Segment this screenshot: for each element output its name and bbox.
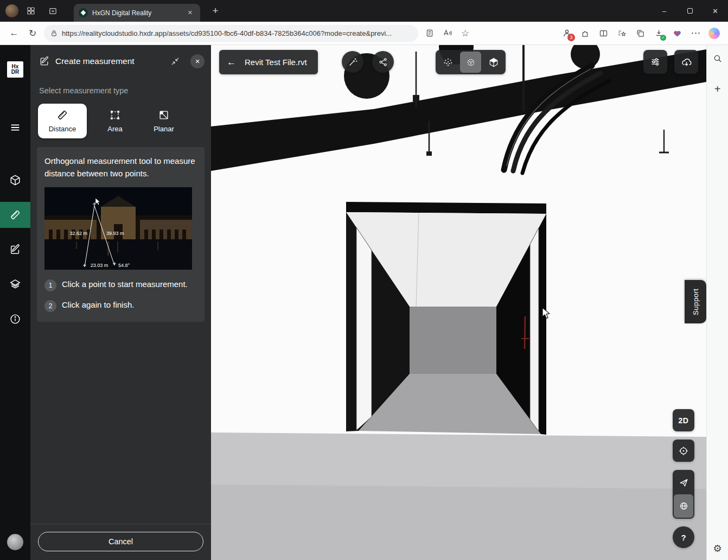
render-mode-toggle bbox=[436, 50, 506, 74]
tab-title: HxGN Digital Reality bbox=[92, 9, 181, 17]
browser-side-rail: + ⚙ bbox=[706, 45, 728, 560]
copilot-icon[interactable] bbox=[706, 25, 723, 42]
add-sidebar-item-icon[interactable]: + bbox=[711, 82, 725, 96]
sidebar-item-models[interactable] bbox=[0, 167, 30, 193]
type-planar-label: Planar bbox=[154, 125, 174, 133]
preview-measure-2: 39.93 m bbox=[106, 231, 124, 236]
planar-icon bbox=[158, 109, 170, 121]
read-aloud-icon[interactable] bbox=[439, 25, 456, 42]
support-tab[interactable]: Support bbox=[685, 280, 706, 323]
hxdr-logo[interactable]: Hx DR bbox=[7, 61, 23, 78]
sidebar-item-info[interactable] bbox=[0, 306, 30, 332]
split-screen-icon[interactable] bbox=[595, 25, 612, 42]
tool-info-card: Orthogonal measurement tool to measure d… bbox=[37, 147, 205, 322]
type-area-label: Area bbox=[107, 125, 122, 133]
steps-list: 1 Click a point to start measurement. 2 … bbox=[44, 278, 197, 312]
extensions-icon[interactable] bbox=[577, 25, 593, 42]
3d-scene[interactable] bbox=[211, 45, 706, 560]
create-measurement-panel: Create measurement ✕ Select measurement … bbox=[30, 45, 211, 560]
url-text: https://realitycloudstudio.hxdr.app/asse… bbox=[62, 29, 412, 37]
type-distance-label: Distance bbox=[49, 125, 76, 133]
browser-tab[interactable]: HxGN Digital Reality ✕ bbox=[74, 4, 200, 22]
tool-preview-image: 32.62 m 39.93 m 23.03 m 54.8° bbox=[44, 187, 192, 270]
downloads-icon[interactable]: ✓ bbox=[650, 25, 667, 42]
locate-button[interactable] bbox=[673, 440, 694, 462]
search-icon[interactable] bbox=[711, 52, 725, 66]
distance-ruler-icon bbox=[56, 109, 68, 121]
step-2-text: Click again to finish. bbox=[62, 299, 134, 311]
section-label: Select measurement type bbox=[39, 86, 211, 95]
panel-footer: Cancel bbox=[30, 524, 211, 560]
type-area-button[interactable]: Area bbox=[94, 104, 136, 138]
scene-floor bbox=[211, 432, 706, 560]
area-icon bbox=[109, 109, 121, 121]
lock-icon bbox=[50, 30, 58, 37]
viewport: ← Revit Test File.rvt Support bbox=[211, 45, 706, 560]
type-planar-button[interactable]: Planar bbox=[143, 104, 184, 138]
workspaces-icon[interactable] bbox=[22, 2, 40, 20]
mesh-mode-icon[interactable] bbox=[483, 52, 504, 73]
back-icon[interactable]: ← bbox=[5, 24, 23, 42]
browser-titlebar: HxGN Digital Reality ✕ + – ✕ bbox=[0, 0, 728, 22]
preview-measure-3: 23.03 m bbox=[91, 263, 108, 268]
new-tab-button[interactable]: + bbox=[208, 5, 223, 17]
cancel-button[interactable]: Cancel bbox=[38, 532, 203, 551]
step-item-1: 1 Click a point to start measurement. bbox=[44, 278, 197, 291]
asset-file-name: Revit Test File.rvt bbox=[245, 58, 307, 67]
sidebar-settings-gear-icon[interactable]: ⚙ bbox=[711, 542, 725, 556]
help-button[interactable]: ? bbox=[673, 526, 694, 548]
browser-essentials-icon[interactable] bbox=[669, 25, 686, 42]
app-content: Hx DR Create measurement bbox=[0, 45, 728, 560]
favorites-bar-icon[interactable] bbox=[614, 25, 630, 42]
navigation-mode-group bbox=[673, 470, 694, 519]
app-sidebar: Hx DR bbox=[0, 45, 30, 560]
step-2-badge: 2 bbox=[44, 300, 56, 312]
fly-mode-icon[interactable] bbox=[674, 471, 693, 494]
sidebar-item-measure[interactable] bbox=[0, 202, 30, 228]
settings-more-icon[interactable]: ⋯ bbox=[687, 25, 704, 42]
step-1-badge: 1 bbox=[44, 279, 56, 291]
orbit-mode-icon[interactable] bbox=[674, 494, 693, 518]
addressbar-actions: 3 ✓ ⋯ bbox=[558, 25, 723, 42]
hamburger-menu-icon[interactable] bbox=[0, 114, 30, 141]
view-settings-button[interactable] bbox=[643, 50, 667, 74]
user-avatar[interactable] bbox=[7, 534, 23, 550]
asset-file-pill[interactable]: ← Revit Test File.rvt bbox=[219, 50, 318, 74]
2d-mode-button[interactable]: 2D bbox=[673, 409, 694, 431]
preview-illustration: 32.62 m 39.93 m 23.03 m 54.8° bbox=[44, 187, 192, 270]
download-cloud-button[interactable] bbox=[674, 50, 698, 74]
preview-measure-4: 54.8° bbox=[118, 263, 130, 268]
reading-view-icon[interactable] bbox=[421, 25, 438, 42]
close-panel-button[interactable]: ✕ bbox=[190, 54, 205, 68]
logo-line2: DR bbox=[11, 69, 19, 75]
tool-description: Orthogonal measurement tool to measure d… bbox=[44, 155, 197, 180]
notification-badge: 3 bbox=[567, 34, 575, 41]
window-close-button[interactable]: ✕ bbox=[703, 0, 728, 22]
refresh-icon[interactable]: ↻ bbox=[24, 24, 41, 42]
url-input[interactable]: https://realitycloudstudio.hxdr.app/asse… bbox=[44, 25, 418, 42]
magic-wand-button[interactable] bbox=[342, 51, 363, 73]
type-distance-button[interactable]: Distance bbox=[38, 104, 87, 138]
collapse-panel-icon[interactable] bbox=[168, 54, 183, 69]
tab-favicon bbox=[79, 8, 88, 17]
step-1-text: Click a point to start measurement. bbox=[62, 278, 188, 290]
tab-actions-icon[interactable] bbox=[43, 2, 62, 20]
share-button[interactable] bbox=[372, 51, 394, 73]
back-arrow-icon[interactable]: ← bbox=[227, 57, 236, 68]
sidebar-item-annotate[interactable] bbox=[0, 237, 30, 263]
preview-measure-1: 32.62 m bbox=[69, 231, 87, 236]
profile-notification-icon[interactable]: 3 bbox=[558, 25, 575, 42]
tab-close-icon[interactable]: ✕ bbox=[185, 8, 195, 17]
download-complete-check-icon: ✓ bbox=[660, 35, 666, 41]
window-profile-avatar[interactable] bbox=[5, 4, 18, 17]
favorite-star-icon[interactable]: ☆ bbox=[457, 25, 474, 42]
sidebar-item-layers[interactable] bbox=[0, 271, 30, 297]
dense-cloud-mode-icon[interactable] bbox=[460, 52, 481, 73]
browser-addressbar: ← ↻ https://realitycloudstudio.hxdr.app/… bbox=[0, 22, 728, 45]
window-maximize-button[interactable] bbox=[677, 0, 703, 22]
panel-title: Create measurement bbox=[55, 56, 162, 66]
point-cloud-mode-icon[interactable] bbox=[437, 52, 458, 73]
measure-edit-icon bbox=[39, 56, 50, 67]
window-minimize-button[interactable]: – bbox=[652, 0, 677, 22]
collections-icon[interactable] bbox=[632, 25, 649, 42]
